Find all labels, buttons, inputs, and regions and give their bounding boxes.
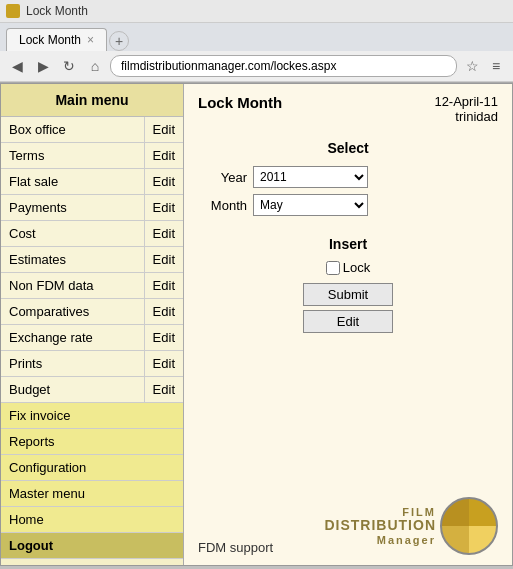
year-row: Year 2009 2010 2011 2012	[198, 166, 498, 188]
date-value: 12-April-11	[434, 94, 498, 109]
tab-bar: Lock Month × +	[0, 23, 513, 51]
menu-edit-8[interactable]: Edit	[144, 325, 183, 350]
menu-label-13[interactable]: Configuration	[1, 455, 183, 480]
menu-edit-4[interactable]: Edit	[144, 221, 183, 246]
year-label: Year	[198, 170, 253, 185]
menu-item-budget: BudgetEdit	[1, 377, 183, 403]
back-button[interactable]: ◀	[6, 55, 28, 77]
menu-item-master-menu: Master menu	[1, 481, 183, 507]
bookmark-button[interactable]: ☆	[461, 55, 483, 77]
menu-label-10[interactable]: Budget	[1, 377, 144, 402]
insert-section: Insert Lock Submit Edit	[198, 236, 498, 333]
fdm-circle-logo	[440, 497, 498, 555]
lock-checkbox[interactable]	[326, 261, 340, 275]
menu-items-container: Box officeEditTermsEditFlat saleEditPaym…	[1, 117, 183, 559]
menu-label-3[interactable]: Payments	[1, 195, 144, 220]
fdm-support: FDM support FILM DISTRIBUTION Manager	[198, 497, 498, 555]
menu-item-terms: TermsEdit	[1, 143, 183, 169]
refresh-button[interactable]: ↻	[58, 55, 80, 77]
menu-item-logout: Logout	[1, 533, 183, 559]
page-wrapper: Main menu Box officeEditTermsEditFlat sa…	[0, 83, 513, 566]
tab-label: Lock Month	[19, 33, 81, 47]
menu-edit-10[interactable]: Edit	[144, 377, 183, 402]
month-select[interactable]: January February March April May June Ju…	[253, 194, 368, 216]
location-value: trinidad	[434, 109, 498, 124]
content-header: Lock Month 12-April-11 trinidad	[198, 94, 498, 124]
menu-edit-0[interactable]: Edit	[144, 117, 183, 142]
menu-button[interactable]: ≡	[485, 55, 507, 77]
menu-label-16[interactable]: Logout	[1, 533, 183, 558]
menu-label-11[interactable]: Fix invoice	[1, 403, 183, 428]
menu-item-comparatives: ComparativesEdit	[1, 299, 183, 325]
menu-item-home: Home	[1, 507, 183, 533]
menu-edit-2[interactable]: Edit	[144, 169, 183, 194]
nav-bar: ◀ ▶ ↻ ⌂ ☆ ≡	[0, 51, 513, 82]
fdm-logo: FILM DISTRIBUTION Manager	[324, 497, 498, 555]
menu-label-14[interactable]: Master menu	[1, 481, 183, 506]
forward-button[interactable]: ▶	[32, 55, 54, 77]
year-select[interactable]: 2009 2010 2011 2012	[253, 166, 368, 188]
nav-icons: ☆ ≡	[461, 55, 507, 77]
menu-label-8[interactable]: Exchange rate	[1, 325, 144, 350]
menu-label-9[interactable]: Prints	[1, 351, 144, 376]
fdm-manager-text: Manager	[377, 534, 436, 546]
insert-title: Insert	[198, 236, 498, 252]
menu-edit-7[interactable]: Edit	[144, 299, 183, 324]
menu-item-payments: PaymentsEdit	[1, 195, 183, 221]
month-row: Month January February March April May J…	[198, 194, 498, 216]
menu-label-6[interactable]: Non FDM data	[1, 273, 144, 298]
menu-item-flat-sale: Flat saleEdit	[1, 169, 183, 195]
menu-label-5[interactable]: Estimates	[1, 247, 144, 272]
menu-label-12[interactable]: Reports	[1, 429, 183, 454]
home-button[interactable]: ⌂	[84, 55, 106, 77]
menu-item-box-office: Box officeEdit	[1, 117, 183, 143]
sidebar-title: Main menu	[1, 84, 183, 117]
new-tab-button[interactable]: +	[109, 31, 129, 51]
menu-item-estimates: EstimatesEdit	[1, 247, 183, 273]
menu-item-non-fdm-data: Non FDM dataEdit	[1, 273, 183, 299]
lock-label: Lock	[343, 260, 370, 275]
edit-button[interactable]: Edit	[303, 310, 393, 333]
page-title: Lock Month	[198, 94, 282, 111]
browser-chrome: Lock Month Lock Month × + ◀ ▶ ↻ ⌂ ☆ ≡	[0, 0, 513, 83]
menu-label-4[interactable]: Cost	[1, 221, 144, 246]
browser-tab[interactable]: Lock Month ×	[6, 28, 107, 51]
menu-label-15[interactable]: Home	[1, 507, 183, 532]
menu-edit-6[interactable]: Edit	[144, 273, 183, 298]
menu-label-1[interactable]: Terms	[1, 143, 144, 168]
menu-label-7[interactable]: Comparatives	[1, 299, 144, 324]
menu-edit-5[interactable]: Edit	[144, 247, 183, 272]
menu-label-2[interactable]: Flat sale	[1, 169, 144, 194]
browser-favicon	[6, 4, 20, 18]
fdm-text: FILM DISTRIBUTION Manager	[324, 506, 436, 546]
menu-item-exchange-rate: Exchange rateEdit	[1, 325, 183, 351]
menu-item-reports: Reports	[1, 429, 183, 455]
menu-edit-1[interactable]: Edit	[144, 143, 183, 168]
menu-item-fix-invoice: Fix invoice	[1, 403, 183, 429]
browser-titlebar: Lock Month	[0, 0, 513, 23]
main-content: Lock Month 12-April-11 trinidad Select Y…	[184, 84, 512, 565]
submit-button[interactable]: Submit	[303, 283, 393, 306]
menu-item-cost: CostEdit	[1, 221, 183, 247]
browser-title: Lock Month	[26, 4, 507, 18]
menu-edit-3[interactable]: Edit	[144, 195, 183, 220]
select-title: Select	[198, 140, 498, 156]
menu-label-0[interactable]: Box office	[1, 117, 144, 142]
address-bar[interactable]	[110, 55, 457, 77]
lock-row: Lock	[198, 260, 498, 275]
menu-edit-9[interactable]: Edit	[144, 351, 183, 376]
sidebar: Main menu Box officeEditTermsEditFlat sa…	[1, 84, 184, 565]
tab-close[interactable]: ×	[87, 33, 94, 47]
menu-item-configuration: Configuration	[1, 455, 183, 481]
select-section: Select Year 2009 2010 2011 2012 Month Ja…	[198, 140, 498, 216]
content-date: 12-April-11 trinidad	[434, 94, 498, 124]
fdm-distribution-text: DISTRIBUTION	[324, 518, 436, 533]
menu-item-prints: PrintsEdit	[1, 351, 183, 377]
fdm-support-label: FDM support	[198, 540, 273, 555]
month-label: Month	[198, 198, 253, 213]
